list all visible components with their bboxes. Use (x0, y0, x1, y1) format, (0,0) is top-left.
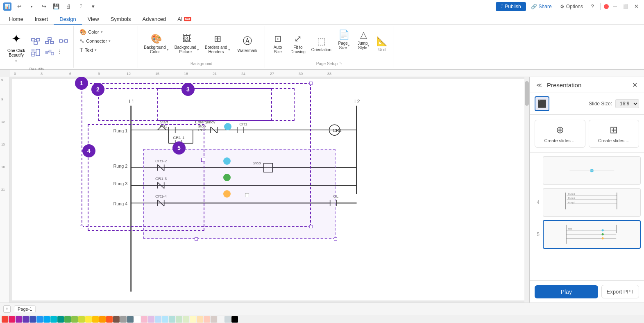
color-swatch[interactable] (23, 316, 29, 323)
play-button[interactable]: Play (535, 285, 598, 298)
scrollbar-thumb[interactable] (525, 81, 529, 106)
color-swatch[interactable] (176, 316, 182, 323)
color-swatch[interactable] (64, 316, 71, 323)
page-setup-expand-icon[interactable]: ⤡ (339, 61, 342, 65)
export-ppt-button[interactable]: Export PPT (601, 285, 639, 298)
publish-button[interactable]: ⤴ Publish (496, 2, 526, 11)
add-page-button[interactable]: + (3, 305, 11, 313)
redo-button[interactable]: ↪ (39, 2, 48, 11)
color-swatch[interactable] (190, 316, 196, 323)
watermark-button[interactable]: Ⓐ Watermark (234, 32, 262, 55)
tab-ai[interactable]: AI hot (172, 14, 197, 25)
color-swatch[interactable] (211, 316, 217, 323)
page-size-button[interactable]: 📄 PageSize ▾ (335, 28, 354, 52)
color-swatch[interactable] (99, 316, 106, 323)
tab-home[interactable]: Home (3, 14, 29, 25)
color-swatch[interactable] (85, 316, 92, 323)
color-swatch[interactable] (57, 316, 64, 323)
color-swatch[interactable] (36, 316, 43, 323)
more-button[interactable]: ▾ (88, 2, 98, 11)
color-swatch[interactable] (224, 316, 231, 323)
auto-size-button[interactable]: ⊡ AutoSize (268, 28, 287, 60)
fit-to-drawing-button[interactable]: ⤢ Fit toDrawing (288, 28, 308, 60)
layout-style-2[interactable] (43, 36, 56, 46)
presentation-view-button[interactable]: ⬛ (535, 96, 549, 111)
tab-view[interactable]: View (82, 14, 105, 25)
share-button[interactable]: 🔗 Share (528, 2, 555, 11)
beautify-more-button[interactable]: ⋮ (57, 47, 62, 58)
corner-handle-5[interactable] (195, 237, 198, 241)
color-swatch[interactable] (29, 316, 36, 323)
help-button[interactable]: ? (588, 2, 597, 11)
maximize-button[interactable]: ⬜ (621, 2, 630, 11)
color-swatch[interactable] (148, 316, 154, 323)
create-slides-button-1[interactable]: ⊕ Create slides ... (535, 120, 585, 148)
slide-thumb-4[interactable]: Rung 1 Rung 2 Rung 3 (543, 188, 641, 217)
canvas-area[interactable]: L1 L2 Rung 1 Start PB1 Emergency stop (10, 77, 529, 303)
color-swatch[interactable] (106, 316, 113, 323)
color-swatch[interactable] (9, 316, 15, 323)
corner-handle-4[interactable] (309, 225, 313, 228)
layout-style-1[interactable] (29, 36, 42, 46)
color-swatch[interactable] (162, 316, 168, 323)
color-swatch[interactable] (113, 316, 120, 323)
window-close-button[interactable]: ✕ (632, 2, 641, 11)
rung-handle-1[interactable] (201, 158, 205, 162)
color-swatch[interactable] (43, 316, 50, 323)
minimize-button[interactable]: — (610, 2, 619, 11)
corner-handle-3[interactable] (80, 225, 83, 228)
undo-dropdown[interactable]: ▾ (27, 2, 36, 11)
color-swatch[interactable] (71, 316, 78, 323)
color-swatch[interactable] (197, 316, 203, 323)
color-swatch[interactable] (183, 316, 189, 323)
layout-style-5[interactable] (43, 47, 56, 58)
connector-button[interactable]: ⤡ Connector ▾ (77, 37, 134, 45)
color-swatch[interactable] (2, 316, 8, 323)
tab-advanced[interactable]: Advanced (136, 14, 172, 25)
rung-handle-2[interactable] (245, 193, 249, 197)
panel-expand-button[interactable]: ≪ (535, 80, 544, 89)
color-swatch[interactable] (120, 316, 127, 323)
tab-symbols[interactable]: Symbols (105, 14, 137, 25)
unit-button[interactable]: 📐 Unit (374, 28, 390, 60)
color-swatch[interactable] (155, 316, 161, 323)
tab-insert[interactable]: Insert (29, 14, 54, 25)
layout-style-3[interactable] (57, 36, 70, 46)
color-button[interactable]: 🎨 Color ▾ (77, 28, 134, 36)
slide-thumb-5[interactable]: Stop (543, 220, 641, 249)
share-export-button[interactable]: ⤴ (76, 2, 85, 11)
borders-headers-button[interactable]: ⊞ Borders andHeaders ▾ (202, 32, 232, 56)
color-swatch[interactable] (127, 316, 134, 323)
panel-close-button[interactable]: ✕ (630, 80, 639, 89)
slide-size-select[interactable]: 16:9 4:3 (615, 99, 639, 108)
slide-thumb-0[interactable] (543, 156, 641, 185)
background-picture-button[interactable]: 🖼 BackgroundPicture ▾ (172, 32, 202, 56)
color-swatch[interactable] (92, 316, 99, 323)
one-click-beautify-button[interactable]: ✦ One ClickBeautify ▾ (3, 28, 29, 66)
background-color-button[interactable]: 🎨 BackgroundColor ▾ (141, 32, 171, 56)
drawing-canvas[interactable]: L1 L2 Rung 1 Start PB1 Emergency stop (12, 79, 524, 300)
color-swatch[interactable] (16, 316, 22, 323)
layout-style-4[interactable] (29, 47, 42, 58)
save-button[interactable]: 💾 (52, 2, 61, 11)
color-swatch[interactable] (231, 316, 238, 323)
vertical-scrollbar[interactable] (524, 77, 529, 303)
text-button[interactable]: T Text ▾ (77, 46, 134, 54)
undo-button[interactable]: ↩ (15, 2, 24, 11)
print-button[interactable]: 🖨 (64, 2, 73, 11)
color-swatch[interactable] (141, 316, 147, 323)
color-swatch[interactable] (169, 316, 175, 323)
create-slides-button-2[interactable]: ⊞ Create slides ... (589, 120, 639, 148)
color-swatch[interactable] (78, 316, 85, 323)
color-swatch[interactable] (204, 316, 210, 323)
color-swatch[interactable] (218, 316, 224, 323)
tab-design[interactable]: Design (54, 14, 82, 25)
orientation-button[interactable]: ⬚ Orientation (309, 28, 334, 60)
page-tab-1[interactable]: Page-1 (14, 305, 36, 312)
jump-style-button[interactable]: △ JumpStyle ▾ (354, 28, 373, 52)
options-button[interactable]: ⚙ Options (557, 2, 586, 11)
color-swatch[interactable] (134, 316, 141, 323)
color-swatch[interactable] (50, 316, 57, 323)
corner-handle-2[interactable] (309, 82, 313, 85)
corner-handle-6[interactable] (334, 237, 337, 241)
